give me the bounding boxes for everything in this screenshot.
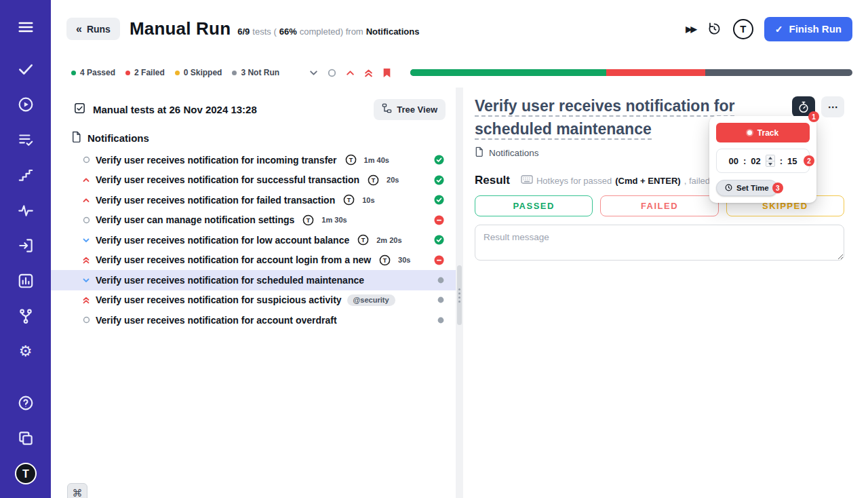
- statusbar: 4 Passed 2 Failed 0 Skipped 3 Not Run: [51, 58, 868, 88]
- test-row[interactable]: Verify user receives notification for fa…: [51, 190, 456, 210]
- rerun-timer-icon[interactable]: [707, 21, 722, 37]
- testomat-logo-icon: T: [302, 214, 314, 226]
- more-options-button[interactable]: ⋯: [821, 96, 844, 117]
- priority-critical-icon: [82, 256, 90, 265]
- help-icon[interactable]: [14, 391, 38, 415]
- status-passed-icon: [434, 235, 444, 245]
- source-suite: Notifications: [366, 26, 420, 37]
- minutes-stepper[interactable]: [766, 155, 775, 167]
- svg-text:T: T: [383, 256, 387, 263]
- test-plans-icon[interactable]: [14, 128, 38, 152]
- skipped-dot: [175, 71, 180, 75]
- runs-play-icon[interactable]: [14, 92, 38, 117]
- stepper-down-icon[interactable]: [766, 161, 774, 166]
- documents-icon[interactable]: [14, 426, 38, 451]
- set-time-button[interactable]: Set Time 3: [716, 180, 778, 196]
- svg-text:T: T: [361, 237, 366, 244]
- testomat-logo-icon: T: [345, 154, 357, 166]
- priority-critical-filter-icon[interactable]: [362, 66, 374, 79]
- svg-text:T: T: [347, 197, 351, 204]
- testomat-logo[interactable]: T: [14, 461, 38, 486]
- keyboard-icon: [521, 175, 533, 186]
- test-row[interactable]: Verify user receives notification for su…: [51, 170, 456, 191]
- count-passed[interactable]: 4 Passed: [71, 68, 115, 77]
- test-title: Verify user receives notification for su…: [96, 294, 342, 305]
- time-input-group[interactable]: 00 : 02 : 15 2: [716, 149, 810, 173]
- result-message-input[interactable]: [475, 225, 844, 261]
- test-title: Verify user receives notification for sc…: [96, 275, 364, 286]
- sidebar: ⚙ T: [0, 0, 51, 498]
- svg-text:T: T: [349, 157, 353, 164]
- suite-header[interactable]: Notifications: [51, 127, 456, 149]
- test-row[interactable]: Verify user receives notification for ac…: [51, 250, 456, 271]
- priority-high-filter-icon[interactable]: [344, 66, 356, 79]
- tree-view-icon: [382, 103, 392, 115]
- testomat-logo-icon: T: [379, 254, 391, 266]
- time-hours[interactable]: 00: [728, 156, 738, 166]
- run-progress-summary: 6/9 tests ( 66% completed) from Notifica…: [237, 26, 419, 37]
- count-skipped[interactable]: 0 Skipped: [175, 68, 222, 77]
- check-icon: ✓: [775, 24, 783, 35]
- branches-icon[interactable]: [14, 304, 38, 328]
- test-row[interactable]: Verify user receives notification for ac…: [51, 310, 456, 330]
- analytics-icon[interactable]: [14, 269, 38, 293]
- count-failed[interactable]: 2 Failed: [125, 68, 165, 77]
- chevrons-left-icon: «: [76, 23, 82, 35]
- priority-normal-icon: [82, 316, 90, 324]
- pulse-icon[interactable]: [14, 198, 38, 223]
- time-seconds[interactable]: 15: [787, 156, 797, 166]
- test-tag[interactable]: @security: [347, 294, 395, 306]
- testomat-logo-icon: T: [368, 174, 379, 186]
- settings-gear-icon[interactable]: ⚙: [14, 339, 38, 364]
- result-heading: Result: [475, 174, 510, 187]
- mark-failed-button[interactable]: FAILED: [600, 195, 718, 216]
- menu-icon[interactable]: [14, 15, 38, 39]
- status-failed-icon: [434, 255, 444, 265]
- count-notrun[interactable]: 3 Not Run: [232, 68, 279, 77]
- finish-run-button[interactable]: ✓ Finish Run: [764, 17, 852, 41]
- test-row[interactable]: Verify user receives notification for in…: [51, 150, 456, 170]
- app-window: ⚙ T « Runs Manual Run 6/9 tests ( 66% co…: [0, 0, 868, 498]
- chevron-down-icon[interactable]: [307, 66, 319, 79]
- test-duration: 1m 40s: [364, 156, 389, 164]
- failed-dot: [125, 71, 130, 75]
- panel-resizer[interactable]: [456, 88, 463, 498]
- run-clipboard-icon: [73, 102, 86, 117]
- command-shortcut-button[interactable]: ⌘: [67, 483, 87, 498]
- test-row[interactable]: Verify user receives notification for su…: [51, 290, 456, 311]
- milestones-icon[interactable]: [14, 163, 38, 187]
- back-to-runs-button[interactable]: « Runs: [66, 18, 120, 40]
- test-title: Verify user can manage notification sett…: [96, 214, 294, 225]
- test-title: Verify user receives notification for in…: [96, 155, 337, 166]
- test-title: Verify user receives notification for su…: [96, 174, 359, 185]
- clock-icon: [725, 184, 732, 193]
- track-time-button[interactable]: Track: [716, 123, 810, 142]
- priority-normal-filter-icon[interactable]: [326, 66, 338, 79]
- tree-view-button[interactable]: Tree View: [374, 99, 446, 120]
- import-icon[interactable]: [14, 233, 38, 258]
- test-duration: 20s: [387, 176, 399, 184]
- test-row[interactable]: Verify user receives notification for sc…: [51, 270, 456, 290]
- test-duration: 2m 20s: [376, 236, 401, 244]
- bookmark-flag-icon[interactable]: [380, 66, 393, 79]
- testomat-logo-badge[interactable]: T: [733, 19, 753, 39]
- priority-high-icon: [82, 196, 90, 204]
- tests-check-icon[interactable]: [14, 57, 38, 81]
- stopwatch-button[interactable]: 1: [792, 96, 815, 117]
- status-notrun-icon: [437, 277, 444, 284]
- mark-passed-button[interactable]: PASSED: [475, 195, 593, 216]
- resizer-handle[interactable]: [457, 265, 462, 325]
- test-row[interactable]: Verify user can manage notification sett…: [51, 210, 456, 231]
- status-passed-icon: [434, 195, 444, 205]
- test-row[interactable]: Verify user receives notification for lo…: [51, 230, 456, 250]
- status-failed-icon: [434, 215, 444, 225]
- run-progress-bar[interactable]: [410, 69, 852, 76]
- document-icon: [475, 147, 484, 159]
- step-badge-3: 3: [772, 183, 783, 193]
- test-duration: 30s: [398, 256, 410, 264]
- stepper-up-icon[interactable]: [766, 155, 774, 161]
- time-minutes[interactable]: 02: [751, 156, 760, 166]
- progress-failed-segment: [606, 69, 705, 76]
- fast-forward-icon[interactable]: ▶▶: [686, 24, 695, 34]
- test-title: Verify user receives notification for ac…: [96, 315, 337, 326]
